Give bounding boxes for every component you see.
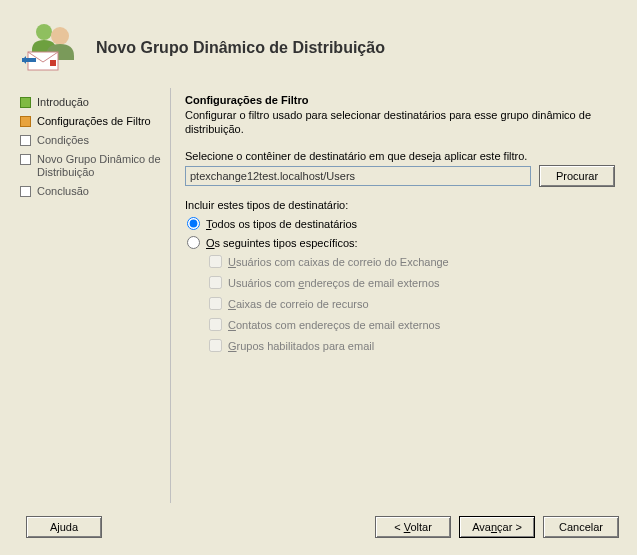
nav-step-conclusao[interactable]: Conclusão — [18, 183, 170, 200]
check-row-exchange-mailbox: Usuários com caixas de correio do Exchan… — [209, 255, 615, 268]
svg-rect-3 — [50, 60, 56, 66]
include-types-label: Incluir estes tipos de destinatário: — [185, 199, 615, 211]
step-icon — [20, 154, 31, 165]
specific-types-group: Usuários com caixas de correio do Exchan… — [209, 255, 615, 352]
check-mail-enabled-groups[interactable] — [209, 339, 222, 352]
nav-step-configuracoes-filtro[interactable]: Configurações de Filtro — [18, 113, 170, 130]
check-row-external-contacts: Contatos com endereços de email externos — [209, 318, 615, 331]
radio-all-recipients[interactable] — [187, 217, 200, 230]
radio-specific-label[interactable]: Os seguintes tipos específicos: — [206, 237, 358, 249]
radio-all-row: Todos os tipos de destinatários — [187, 217, 615, 230]
back-button[interactable]: < Voltar — [375, 516, 451, 538]
wizard: Novo Grupo Dinâmico de Distribuição Intr… — [8, 8, 629, 547]
check-row-external-email-users: Usuários com endereços de email externos — [209, 276, 615, 289]
browse-button[interactable]: Procurar — [539, 165, 615, 187]
cancel-button[interactable]: Cancelar — [543, 516, 619, 538]
check-row-resource-mailboxes: Caixas de correio de recurso — [209, 297, 615, 310]
container-input[interactable] — [185, 166, 531, 186]
nav-step-introducao[interactable]: Introdução — [18, 94, 170, 111]
check-external-email-users[interactable] — [209, 276, 222, 289]
section-description: Configurar o filtro usado para seleciona… — [185, 108, 615, 136]
next-button[interactable]: Avançar > — [459, 516, 535, 538]
svg-point-0 — [36, 24, 52, 40]
wizard-nav: Introdução Configurações de Filtro Condi… — [18, 88, 170, 503]
check-exchange-mailbox[interactable] — [209, 255, 222, 268]
wizard-footer: Ajuda < Voltar Avançar > Cancelar — [8, 507, 629, 547]
wizard-header: Novo Grupo Dinâmico de Distribuição — [8, 8, 629, 88]
radio-specific-types[interactable] — [187, 236, 200, 249]
check-external-contacts-label: Contatos com endereços de email externos — [228, 319, 440, 331]
container-label: Selecione o contêiner de destinatário em… — [185, 150, 615, 162]
wizard-body: Introdução Configurações de Filtro Condi… — [8, 88, 629, 507]
step-icon — [20, 135, 31, 146]
check-mail-enabled-groups-label: Grupos habilitados para email — [228, 340, 374, 352]
check-external-contacts[interactable] — [209, 318, 222, 331]
step-icon — [20, 97, 31, 108]
radio-all-label[interactable]: Todos os tipos de destinatários — [206, 218, 357, 230]
nav-step-novo-grupo[interactable]: Novo Grupo Dinâmico de Distribuição — [18, 151, 170, 181]
wizard-content: Configurações de Filtro Configurar o fil… — [170, 88, 619, 503]
page-title: Novo Grupo Dinâmico de Distribuição — [96, 39, 385, 57]
check-resource-mailboxes[interactable] — [209, 297, 222, 310]
radio-specific-row: Os seguintes tipos específicos: — [187, 236, 615, 249]
check-row-mail-enabled-groups: Grupos habilitados para email — [209, 339, 615, 352]
svg-point-1 — [51, 27, 69, 45]
help-button[interactable]: Ajuda — [26, 516, 102, 538]
check-external-email-users-label: Usuários com endereços de email externos — [228, 277, 440, 289]
nav-step-condicoes[interactable]: Condições — [18, 132, 170, 149]
step-icon — [20, 186, 31, 197]
distribution-group-icon — [22, 16, 86, 80]
section-title: Configurações de Filtro — [185, 94, 615, 106]
step-icon — [20, 116, 31, 127]
check-exchange-mailbox-label: Usuários com caixas de correio do Exchan… — [228, 256, 449, 268]
check-resource-mailboxes-label: Caixas de correio de recurso — [228, 298, 369, 310]
